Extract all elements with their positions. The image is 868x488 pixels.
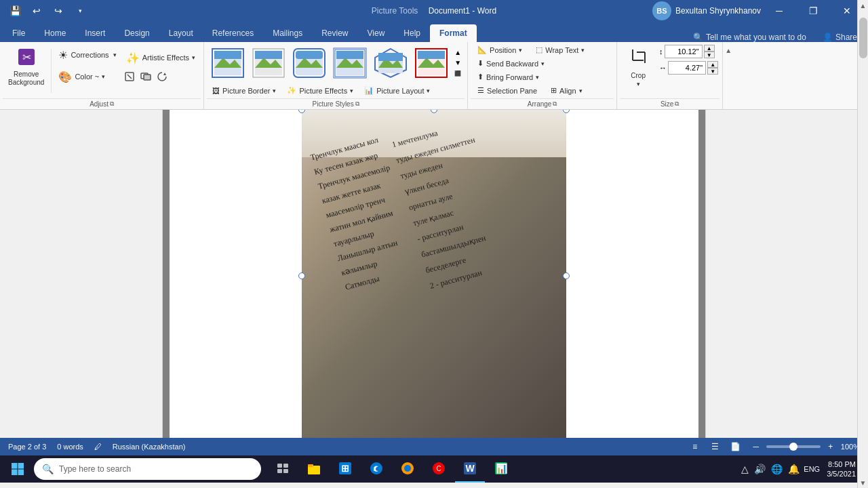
width-input[interactable] xyxy=(668,61,706,75)
qa-dropdown-button[interactable]: ▾ xyxy=(71,1,90,20)
align-label: Align xyxy=(559,87,576,95)
tab-layout[interactable]: Layout xyxy=(159,24,203,42)
tray-network-icon[interactable]: 🌐 xyxy=(770,462,784,476)
scroll-down-button[interactable]: ▼ xyxy=(858,477,869,488)
restore-button[interactable]: ❐ xyxy=(797,0,829,22)
adjust-expand-icon[interactable]: ⧉ xyxy=(110,100,114,108)
user-avatar: BS xyxy=(652,1,671,20)
taskbar-app-app6[interactable]: C xyxy=(424,455,454,483)
taskbar-app-firefox[interactable] xyxy=(393,455,422,483)
height-up-arrow[interactable]: ▲ xyxy=(704,45,715,52)
picture-style-4[interactable] xyxy=(332,46,368,80)
picture-style-6[interactable] xyxy=(413,46,450,80)
zoom-slider-thumb[interactable] xyxy=(789,443,797,451)
taskbar-app-store[interactable]: ⊞ xyxy=(330,455,360,483)
tab-help[interactable]: Help xyxy=(394,24,430,42)
width-up-arrow[interactable]: ▲ xyxy=(707,61,718,68)
compress-pictures-button[interactable] xyxy=(122,69,137,84)
taskbar-app-green[interactable]: 📊 xyxy=(486,455,516,483)
tray-volume-icon[interactable]: 🔔 xyxy=(787,462,801,476)
size-spinbox: ↕ ▲ ▼ ↔ ▲ ▼ xyxy=(659,45,718,75)
svg-rect-37 xyxy=(12,470,18,476)
start-button[interactable] xyxy=(3,457,33,481)
arrange-expand-icon[interactable]: ⧉ xyxy=(553,100,557,108)
taskbar-app-edge[interactable] xyxy=(361,455,391,483)
send-backward-button[interactable]: ⬇ Send Backward ▾ xyxy=(472,57,550,70)
color-icon: 🎨 xyxy=(58,70,72,83)
undo-button[interactable]: ↩ xyxy=(27,1,46,20)
picture-style-2[interactable] xyxy=(250,46,287,80)
view-read-button[interactable]: ≡ xyxy=(688,439,703,454)
reset-picture-button[interactable] xyxy=(155,69,170,84)
taskbar-app-file-explorer[interactable] xyxy=(299,455,329,483)
handle-middle-right[interactable] xyxy=(563,272,570,279)
title-bar-center: Picture Tools Document1 - Word xyxy=(372,6,496,16)
artistic-effects-button[interactable]: ✨ Artistic Effects ▾ xyxy=(122,47,199,68)
picture-style-1[interactable] xyxy=(210,46,246,80)
tab-file[interactable]: File xyxy=(3,24,35,42)
size-expand-icon[interactable]: ⧉ xyxy=(675,100,679,108)
tab-bar: File Home Insert Design Layout Reference… xyxy=(0,22,868,42)
picture-effects-button[interactable]: ✨ Picture Effects ▾ xyxy=(283,84,357,97)
scrollbar-thumb[interactable] xyxy=(859,18,867,58)
gallery-up-arrow[interactable]: ▲ xyxy=(452,47,463,57)
corrections-button[interactable]: ☀ Corrections ▾ xyxy=(54,45,120,65)
scroll-up-button[interactable]: ▲ xyxy=(858,0,869,11)
tab-references[interactable]: References xyxy=(203,24,263,42)
wrap-text-button[interactable]: ⬚ Wrap Text ▾ xyxy=(530,43,590,56)
picture-styles-expand-icon[interactable]: ⧉ xyxy=(355,100,359,108)
tray-clock[interactable]: 8:50 PM 3/5/2021 xyxy=(823,458,860,481)
redo-button[interactable]: ↪ xyxy=(49,1,68,20)
view-print-button[interactable]: ☰ xyxy=(708,439,723,454)
height-input[interactable] xyxy=(665,45,703,58)
width-down-arrow[interactable]: ▼ xyxy=(707,68,718,75)
bring-forward-button[interactable]: ⬆ Bring Forward ▾ xyxy=(472,70,545,83)
picture-border-button[interactable]: 🖼 Picture Border ▾ xyxy=(208,85,280,97)
position-button[interactable]: 📐 Position ▾ xyxy=(472,43,528,56)
align-button[interactable]: ⊞ Align ▾ xyxy=(545,84,587,97)
scrollbar-track[interactable] xyxy=(858,11,868,477)
tab-mailings[interactable]: Mailings xyxy=(263,24,312,42)
zoom-in-button[interactable]: + xyxy=(823,439,838,454)
taskbar-app-task-view[interactable] xyxy=(268,455,298,483)
taskbar-search[interactable]: 🔍 Type here to search xyxy=(34,458,261,480)
tab-home[interactable]: Home xyxy=(35,24,75,42)
tab-insert[interactable]: Insert xyxy=(75,24,115,42)
picture-style-5[interactable] xyxy=(372,46,409,80)
height-down-arrow[interactable]: ▼ xyxy=(704,52,715,58)
ribbon-collapse-button[interactable]: ▲ xyxy=(723,45,734,56)
handle-middle-left[interactable] xyxy=(298,272,305,279)
picture-style-3[interactable] xyxy=(291,46,328,80)
image-container[interactable]: Тренчлук маасы кол Ку тесен казак жер Тр… xyxy=(302,110,566,438)
tray-expand-icon[interactable]: △ xyxy=(740,462,750,476)
tab-design[interactable]: Design xyxy=(115,24,159,42)
taskbar-app-word[interactable]: W xyxy=(455,455,485,483)
view-web-button[interactable]: 📄 xyxy=(728,439,743,454)
tray-sound-icon[interactable]: 🔊 xyxy=(753,462,767,476)
vertical-scrollbar[interactable]: ▲ ▼ xyxy=(857,0,868,488)
zoom-out-button[interactable]: ─ xyxy=(749,439,764,454)
change-picture-button[interactable] xyxy=(138,69,153,84)
remove-background-button[interactable]: ✂ RemoveBackground xyxy=(4,45,48,89)
share-icon: 👤 xyxy=(823,33,833,42)
svg-rect-39 xyxy=(277,464,282,468)
zoom-slider[interactable] xyxy=(766,445,821,448)
tab-view[interactable]: View xyxy=(358,24,395,42)
gallery-down-arrow[interactable]: ▼ xyxy=(452,58,463,67)
gallery-more-button[interactable]: ⬛ xyxy=(452,68,463,79)
minimize-button[interactable]: ─ xyxy=(764,0,795,22)
left-margin xyxy=(0,110,163,438)
svg-rect-42 xyxy=(283,469,288,473)
tab-review[interactable]: Review xyxy=(312,24,357,42)
send-backward-label: Send Backward xyxy=(486,60,538,68)
picture-layout-button[interactable]: 📊 Picture Layout ▾ xyxy=(360,84,434,97)
svg-rect-30 xyxy=(418,51,445,59)
tab-format[interactable]: Format xyxy=(430,24,477,42)
color-button[interactable]: 🎨 Color ~ ▾ xyxy=(54,66,120,87)
selection-pane-button[interactable]: ☰ Selection Pane xyxy=(472,84,542,97)
search-tab[interactable]: 🔍 Tell me what you want to do xyxy=(685,33,814,42)
crop-button[interactable]: Crop ▾ xyxy=(621,45,655,89)
handle-top-right[interactable] xyxy=(563,110,570,113)
tray-language[interactable]: ENG xyxy=(804,465,820,473)
save-button[interactable]: 💾 xyxy=(5,1,24,20)
